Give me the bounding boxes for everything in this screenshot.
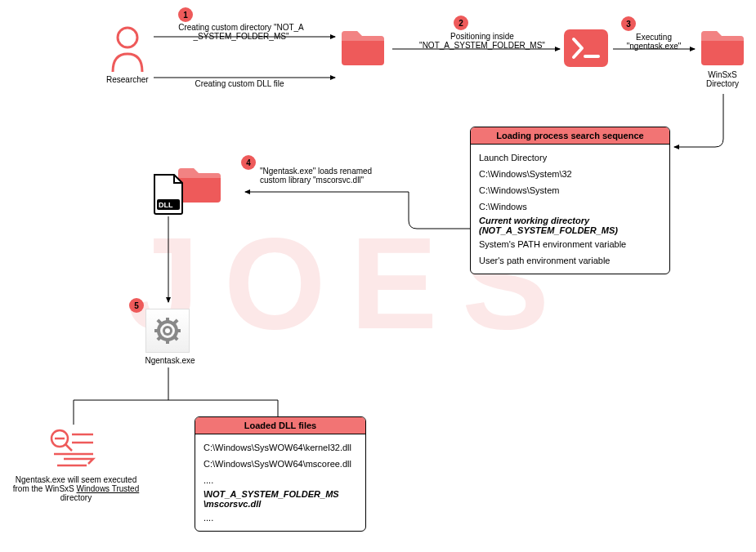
detail-list-icon [47, 426, 100, 472]
list-item: C:\Windows\System [479, 182, 661, 198]
loaded-box-body: C:\Windows\SysWOW64\kernel32.dllC:\Windo… [195, 434, 365, 531]
list-item: Current working directory(NOT_A_SYSTEM_F… [479, 215, 661, 236]
researcher-node: Researcher [106, 24, 149, 84]
list-item: C:\Windows\SysWOW64\kernel32.dll [204, 439, 357, 456]
loaded-box-title: Loaded DLL files [195, 417, 365, 434]
step1b-label: Creating custom DLL file [178, 79, 301, 88]
folder-icon-winsxs [699, 26, 746, 69]
researcher-label: Researcher [106, 75, 149, 84]
list-item: .... [204, 472, 357, 488]
list-item: User's path environment variable [479, 252, 661, 269]
search-box-title: Loading process search sequence [471, 127, 669, 145]
list-item: C:\Windows [479, 198, 661, 215]
list-item: C:\Windows\System\32 [479, 166, 661, 182]
step-badge-1: 1 [178, 7, 193, 22]
list-item: \NOT_A_SYSTEM_FOLDER_MS\mscorsvc.dll [204, 488, 357, 510]
footnote: Ngentask.exe will seem executed from the… [10, 475, 142, 502]
step-badge-2: 2 [454, 16, 468, 30]
svg-rect-9 [564, 29, 608, 67]
step2-label: Positioning inside "NOT_A_SYSTEM_FOLDER_… [409, 32, 556, 50]
list-item: Launch Directory [479, 149, 661, 166]
search-sequence-box: Loading process search sequence Launch D… [470, 127, 670, 274]
shell-icon [564, 29, 608, 67]
svg-point-8 [118, 28, 137, 47]
user-icon [108, 24, 147, 73]
dll-file-icon [151, 173, 186, 216]
list-item: .... [204, 510, 357, 526]
step1-label: Creating custom directory "NOT_A _SYSTEM… [159, 23, 323, 41]
gear-exe-icon [145, 309, 190, 353]
loaded-dll-box: Loaded DLL files C:\Windows\SysWOW64\ker… [195, 416, 366, 532]
step-badge-5: 5 [129, 298, 144, 313]
svg-line-25 [65, 444, 72, 451]
search-box-body: Launch DirectoryC:\Windows\System\32C:\W… [471, 145, 669, 274]
list-item: C:\Windows\SysWOW64\mscoree.dll [204, 456, 357, 472]
step-badge-4: 4 [241, 155, 256, 170]
winsxs-label: WinSxS Directory [699, 70, 746, 88]
svg-point-22 [165, 328, 170, 333]
dll-badge-text: DLL [159, 201, 173, 209]
ngentask-label: Ngentask.exe [137, 356, 203, 365]
folder-icon [339, 26, 387, 69]
step4-label: "Ngentask.exe" loads renamed custom libr… [260, 167, 395, 185]
list-item: System's PATH environment variable [479, 236, 661, 252]
step3-label: Executing "ngentask.exe" [617, 33, 691, 51]
step-badge-3: 3 [621, 16, 636, 31]
